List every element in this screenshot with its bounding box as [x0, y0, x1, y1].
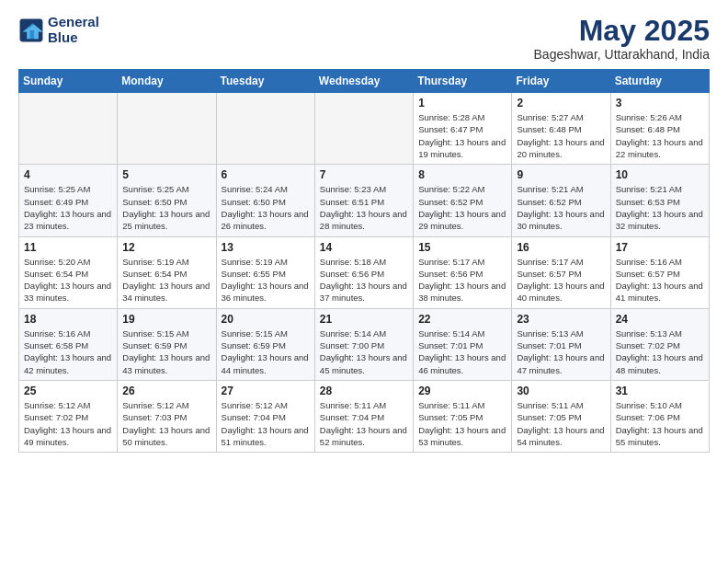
day-number: 15 [418, 241, 506, 254]
day-number: 26 [122, 385, 210, 397]
day-cell: 13Sunrise: 5:19 AMSunset: 6:55 PMDayligh… [216, 236, 314, 308]
day-detail: Sunrise: 5:12 AMSunset: 7:02 PMDaylight:… [24, 399, 112, 448]
day-cell: 28Sunrise: 5:11 AMSunset: 7:04 PMDayligh… [314, 380, 413, 452]
day-number: 25 [24, 385, 112, 397]
day-cell: 7Sunrise: 5:23 AMSunset: 6:51 PMDaylight… [314, 165, 413, 236]
day-cell: 6Sunrise: 5:24 AMSunset: 6:50 PMDaylight… [216, 165, 314, 236]
weekday-header-friday: Friday [512, 70, 610, 93]
day-number: 9 [517, 168, 605, 181]
day-number: 20 [222, 313, 310, 326]
day-detail: Sunrise: 5:28 AMSunset: 6:47 PMDaylight:… [418, 111, 506, 160]
day-cell: 5Sunrise: 5:25 AMSunset: 6:50 PMDaylight… [118, 165, 216, 236]
day-detail: Sunrise: 5:20 AMSunset: 6:54 PMDaylight:… [24, 256, 112, 304]
day-detail: Sunrise: 5:25 AMSunset: 6:49 PMDaylight:… [24, 183, 112, 232]
day-cell: 21Sunrise: 5:14 AMSunset: 7:00 PMDayligh… [314, 308, 413, 380]
day-cell: 29Sunrise: 5:11 AMSunset: 7:05 PMDayligh… [414, 380, 512, 452]
day-number: 12 [122, 241, 210, 254]
day-detail: Sunrise: 5:12 AMSunset: 7:04 PMDaylight:… [222, 399, 310, 448]
day-detail: Sunrise: 5:12 AMSunset: 7:03 PMDaylight:… [122, 399, 210, 448]
location-subtitle: Bageshwar, Uttarakhand, India [534, 47, 710, 62]
day-detail: Sunrise: 5:19 AMSunset: 6:54 PMDaylight:… [122, 256, 210, 304]
day-detail: Sunrise: 5:21 AMSunset: 6:53 PMDaylight:… [616, 183, 704, 232]
week-row-4: 18Sunrise: 5:16 AMSunset: 6:58 PMDayligh… [19, 308, 710, 380]
day-number: 17 [616, 241, 704, 254]
logo-line1: General [48, 15, 99, 30]
day-number: 4 [24, 168, 112, 181]
week-row-1: 1Sunrise: 5:28 AMSunset: 6:47 PMDaylight… [19, 93, 710, 165]
day-cell: 10Sunrise: 5:21 AMSunset: 6:53 PMDayligh… [610, 165, 709, 236]
day-detail: Sunrise: 5:14 AMSunset: 7:00 PMDaylight:… [320, 327, 408, 376]
title-block: May 2025 Bageshwar, Uttarakhand, India [534, 15, 710, 62]
day-cell: 4Sunrise: 5:25 AMSunset: 6:49 PMDaylight… [19, 165, 118, 236]
day-detail: Sunrise: 5:16 AMSunset: 6:58 PMDaylight:… [24, 327, 112, 376]
day-cell: 22Sunrise: 5:14 AMSunset: 7:01 PMDayligh… [414, 308, 512, 380]
week-row-5: 25Sunrise: 5:12 AMSunset: 7:02 PMDayligh… [19, 380, 710, 452]
calendar-table: SundayMondayTuesdayWednesdayThursdayFrid… [18, 69, 710, 453]
day-cell: 23Sunrise: 5:13 AMSunset: 7:01 PMDayligh… [512, 308, 610, 380]
weekday-header-monday: Monday [118, 70, 216, 93]
day-number: 8 [418, 168, 506, 181]
weekday-header-wednesday: Wednesday [314, 70, 413, 93]
day-detail: Sunrise: 5:21 AMSunset: 6:52 PMDaylight:… [517, 183, 605, 232]
day-cell: 30Sunrise: 5:11 AMSunset: 7:05 PMDayligh… [512, 380, 610, 452]
day-detail: Sunrise: 5:15 AMSunset: 6:59 PMDaylight:… [222, 327, 310, 376]
day-number: 23 [517, 313, 605, 326]
day-cell: 18Sunrise: 5:16 AMSunset: 6:58 PMDayligh… [19, 308, 118, 380]
day-number: 7 [320, 168, 408, 181]
day-cell: 2Sunrise: 5:27 AMSunset: 6:48 PMDaylight… [512, 93, 610, 165]
day-number: 24 [616, 313, 704, 326]
day-cell: 9Sunrise: 5:21 AMSunset: 6:52 PMDaylight… [512, 165, 610, 236]
day-cell: 16Sunrise: 5:17 AMSunset: 6:57 PMDayligh… [512, 236, 610, 308]
day-number: 6 [222, 168, 310, 181]
day-cell: 1Sunrise: 5:28 AMSunset: 6:47 PMDaylight… [414, 93, 512, 165]
day-cell [216, 93, 314, 165]
day-detail: Sunrise: 5:17 AMSunset: 6:56 PMDaylight:… [418, 256, 506, 304]
day-detail: Sunrise: 5:16 AMSunset: 6:57 PMDaylight:… [616, 256, 704, 304]
day-number: 16 [517, 241, 605, 254]
day-cell: 25Sunrise: 5:12 AMSunset: 7:02 PMDayligh… [19, 380, 118, 452]
day-detail: Sunrise: 5:11 AMSunset: 7:04 PMDaylight:… [320, 399, 408, 448]
week-row-3: 11Sunrise: 5:20 AMSunset: 6:54 PMDayligh… [19, 236, 710, 308]
day-cell: 27Sunrise: 5:12 AMSunset: 7:04 PMDayligh… [216, 380, 314, 452]
day-detail: Sunrise: 5:27 AMSunset: 6:48 PMDaylight:… [517, 111, 605, 160]
day-cell: 8Sunrise: 5:22 AMSunset: 6:52 PMDaylight… [414, 165, 512, 236]
day-detail: Sunrise: 5:25 AMSunset: 6:50 PMDaylight:… [122, 183, 210, 232]
day-detail: Sunrise: 5:13 AMSunset: 7:02 PMDaylight:… [616, 327, 704, 376]
day-detail: Sunrise: 5:26 AMSunset: 6:48 PMDaylight:… [616, 111, 704, 160]
day-detail: Sunrise: 5:11 AMSunset: 7:05 PMDaylight:… [517, 399, 605, 448]
day-cell [19, 93, 118, 165]
day-cell: 17Sunrise: 5:16 AMSunset: 6:57 PMDayligh… [610, 236, 709, 308]
day-number: 10 [616, 168, 704, 181]
weekday-header-saturday: Saturday [610, 70, 709, 93]
day-number: 14 [320, 241, 408, 254]
day-cell: 20Sunrise: 5:15 AMSunset: 6:59 PMDayligh… [216, 308, 314, 380]
day-detail: Sunrise: 5:14 AMSunset: 7:01 PMDaylight:… [418, 327, 506, 376]
day-detail: Sunrise: 5:15 AMSunset: 6:59 PMDaylight:… [122, 327, 210, 376]
day-cell: 15Sunrise: 5:17 AMSunset: 6:56 PMDayligh… [414, 236, 512, 308]
header: General Blue May 2025 Bageshwar, Uttarak… [18, 15, 710, 62]
weekday-header-thursday: Thursday [414, 70, 512, 93]
day-detail: Sunrise: 5:22 AMSunset: 6:52 PMDaylight:… [418, 183, 506, 232]
day-detail: Sunrise: 5:13 AMSunset: 7:01 PMDaylight:… [517, 327, 605, 376]
weekday-header-row: SundayMondayTuesdayWednesdayThursdayFrid… [19, 70, 710, 93]
day-cell: 31Sunrise: 5:10 AMSunset: 7:06 PMDayligh… [610, 380, 709, 452]
day-detail: Sunrise: 5:18 AMSunset: 6:56 PMDaylight:… [320, 256, 408, 304]
logo: General Blue [18, 15, 99, 45]
day-cell: 24Sunrise: 5:13 AMSunset: 7:02 PMDayligh… [610, 308, 709, 380]
day-cell: 26Sunrise: 5:12 AMSunset: 7:03 PMDayligh… [118, 380, 216, 452]
day-number: 22 [418, 313, 506, 326]
day-number: 5 [122, 168, 210, 181]
day-cell: 19Sunrise: 5:15 AMSunset: 6:59 PMDayligh… [118, 308, 216, 380]
day-detail: Sunrise: 5:24 AMSunset: 6:50 PMDaylight:… [222, 183, 310, 232]
day-number: 1 [418, 97, 506, 109]
day-number: 11 [24, 241, 112, 254]
day-number: 19 [122, 313, 210, 326]
day-detail: Sunrise: 5:10 AMSunset: 7:06 PMDaylight:… [616, 399, 704, 448]
day-cell: 12Sunrise: 5:19 AMSunset: 6:54 PMDayligh… [118, 236, 216, 308]
day-number: 18 [24, 313, 112, 326]
day-cell [118, 93, 216, 165]
logo-icon [18, 17, 44, 43]
day-number: 13 [222, 241, 310, 254]
day-cell: 11Sunrise: 5:20 AMSunset: 6:54 PMDayligh… [19, 236, 118, 308]
month-title: May 2025 [534, 15, 710, 47]
